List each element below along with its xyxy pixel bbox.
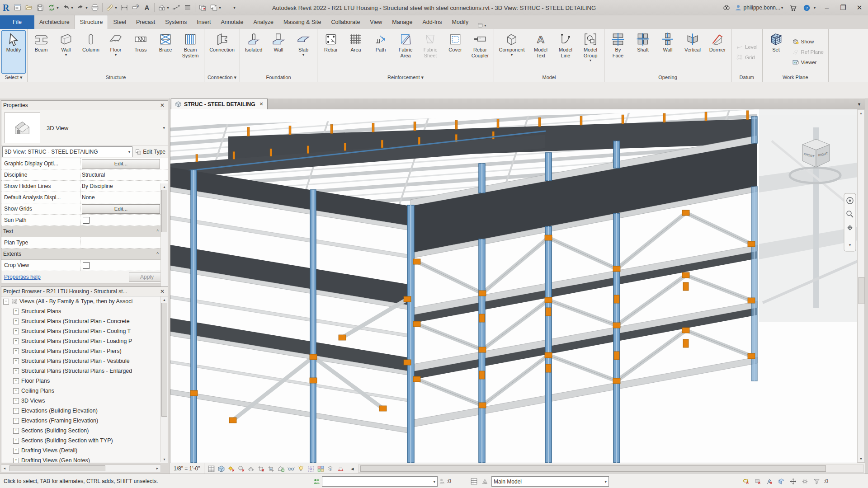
expand-box-icon[interactable]: +	[13, 319, 19, 324]
view-tabs-overflow-icon[interactable]: ▼	[857, 102, 865, 109]
tree-item[interactable]: +Structural Plans (Structural Plan - Ves…	[1, 356, 168, 366]
scrollbar-thumb[interactable]	[161, 303, 167, 417]
model-group-button[interactable]: Model Group▾	[578, 30, 603, 74]
dropdown-arrow-icon[interactable]: ▾	[115, 53, 117, 57]
detail-level-icon[interactable]	[207, 465, 216, 473]
aligned-dimension-icon[interactable]	[119, 2, 130, 13]
scrollbar-thumb[interactable]	[859, 277, 864, 304]
restore-button[interactable]: ❐	[836, 1, 850, 14]
shaft-button[interactable]: Shaft	[631, 30, 655, 74]
tag-by-category-icon[interactable]: 1	[130, 2, 141, 13]
property-value[interactable]: Structural	[82, 172, 105, 178]
select-underlay-toggle-icon[interactable]	[753, 477, 762, 486]
tab-annotate[interactable]: Annotate	[216, 15, 249, 29]
tab-precast[interactable]: Precast	[131, 15, 160, 29]
path-button[interactable]: Path	[368, 30, 393, 74]
expand-box-icon[interactable]: +	[13, 368, 19, 374]
edit-button[interactable]: Edit...	[82, 204, 160, 214]
undo-dropdown-icon[interactable]: ▾	[71, 6, 75, 10]
dropdown-arrow-icon[interactable]: ▾	[302, 53, 304, 57]
design-options-icon[interactable]	[469, 477, 478, 486]
default-3d-view-icon[interactable]	[156, 2, 167, 13]
close-button[interactable]: ✕	[853, 1, 866, 14]
customize-quick-access-icon[interactable]	[223, 2, 234, 13]
thin-lines-icon[interactable]	[182, 2, 193, 13]
editable-only-icon[interactable]	[438, 477, 447, 486]
checkbox[interactable]	[83, 262, 90, 269]
help-icon[interactable]: ?	[801, 2, 812, 13]
tree-item[interactable]: +Sections (Building Section with TYP)	[1, 436, 168, 446]
dropdown-arrow-icon[interactable]: ▾	[590, 59, 591, 62]
collapse-box-icon[interactable]: −	[3, 299, 9, 305]
close-inactive-views-icon[interactable]	[197, 2, 208, 13]
type-selector[interactable]: 3D View: STRUC - STEEL DETAILING ▾	[2, 146, 132, 157]
tree-item[interactable]: +Sections (Building Section)	[1, 426, 168, 436]
print-icon[interactable]	[90, 2, 100, 13]
tab-view[interactable]: View	[365, 15, 387, 29]
tab-architecture[interactable]: Architecture	[34, 15, 75, 29]
displacement-sets-icon[interactable]	[326, 465, 335, 473]
tree-item[interactable]: +Ceiling Plans	[1, 386, 168, 396]
column-button[interactable]: Column	[79, 30, 103, 74]
tree-item[interactable]: +Floor Plans	[1, 376, 168, 386]
component-button[interactable]: Component▾	[495, 30, 528, 74]
fabric-area-button[interactable]: Fabric Area	[393, 30, 418, 74]
canvas-v-scrollbar[interactable]: ▲ ▼	[857, 109, 865, 463]
drag-on-selection-toggle-icon[interactable]	[788, 477, 797, 486]
edit-type-button[interactable]: Edit Type	[134, 149, 167, 155]
area-button[interactable]: Area	[344, 30, 368, 74]
scroll-down-icon[interactable]: ▼	[858, 455, 864, 462]
unlocked-3d-view-icon[interactable]	[277, 465, 285, 473]
scrollbar-thumb[interactable]	[360, 465, 826, 472]
collapse-icon[interactable]: ^	[156, 229, 159, 234]
select-by-face-toggle-icon[interactable]	[777, 477, 786, 486]
expand-box-icon[interactable]: +	[13, 398, 19, 404]
beam-system-button[interactable]: Beam System	[178, 30, 203, 74]
set-button[interactable]: Set	[764, 30, 788, 74]
expand-box-icon[interactable]: +	[13, 428, 19, 434]
show-rendering-dialog-icon[interactable]	[247, 465, 255, 473]
expand-box-icon[interactable]: +	[13, 458, 19, 463]
dropdown-arrow-icon[interactable]: ▾	[511, 53, 513, 57]
switch-windows-dropdown-icon[interactable]: ▾	[219, 6, 222, 10]
3d-view-canvas[interactable]: FRONT RIGHT ▾	[170, 109, 858, 463]
model-text-button[interactable]: AModel Text	[528, 30, 553, 74]
navigation-bar[interactable]: ▾	[844, 193, 856, 251]
floor-button[interactable]: Floor▾	[104, 30, 128, 74]
truss-button[interactable]: Truss	[128, 30, 153, 74]
scroll-up-icon[interactable]: ▲	[163, 183, 166, 190]
apply-button[interactable]: Apply	[129, 272, 165, 282]
crop-view-off-icon[interactable]	[257, 465, 265, 473]
minimize-button[interactable]: –	[820, 1, 834, 14]
synchronize-dropdown-icon[interactable]: ▾	[57, 6, 60, 10]
design-option-combo[interactable]: Main Model▾	[491, 476, 609, 487]
scroll-right-icon[interactable]: ►	[154, 467, 160, 470]
section-icon[interactable]	[171, 2, 182, 13]
tab-manage[interactable]: Manage	[387, 15, 417, 29]
temporary-hide-isolate-icon[interactable]	[287, 465, 295, 473]
expand-box-icon[interactable]: +	[13, 358, 19, 364]
tab-modify[interactable]: Modify	[447, 15, 474, 29]
rebar-button[interactable]: Rebar	[319, 30, 343, 74]
modify-state-icon[interactable]	[477, 22, 484, 29]
connection-button[interactable]: Connection	[206, 30, 238, 74]
dormer-button[interactable]: Dormer	[705, 30, 730, 74]
tree-item[interactable]: +Structural Plans (Structural Plan - Pie…	[1, 346, 168, 356]
tree-item[interactable]: +Structural Plans (Structural Plan - Con…	[1, 316, 168, 326]
scrollbar-thumb[interactable]	[9, 465, 105, 471]
properties-scrollbar[interactable]: ▲ ▼	[160, 183, 168, 292]
measure-dropdown-icon[interactable]: ▾	[115, 6, 118, 10]
by-face-button[interactable]: By Face	[606, 30, 630, 74]
navbar-more-icon[interactable]: ▾	[849, 243, 851, 247]
properties-help-link[interactable]: Properties help	[4, 274, 41, 280]
app-store-cart-icon[interactable]	[788, 2, 798, 13]
browser-scrollbar[interactable]: ▲ ▼	[160, 296, 168, 462]
tab-massing-site[interactable]: Massing & Site	[278, 15, 326, 29]
expand-box-icon[interactable]: +	[13, 378, 19, 384]
property-value[interactable]: By Discipline	[82, 183, 113, 189]
measure-icon[interactable]	[104, 2, 115, 13]
scroll-left-icon[interactable]: ◄	[1, 467, 8, 470]
select-pinned-toggle-icon[interactable]	[765, 477, 774, 486]
project-browser-close-icon[interactable]: ✕	[159, 288, 166, 295]
text-icon[interactable]: A	[142, 2, 152, 13]
